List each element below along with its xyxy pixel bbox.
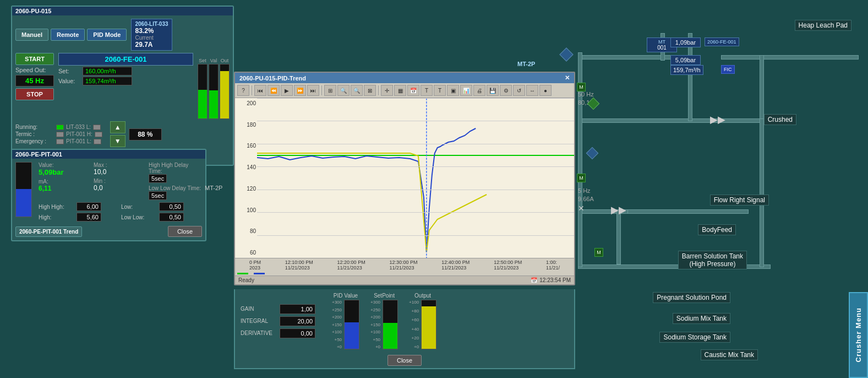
derivative-label: DERIVATIVE	[241, 330, 276, 336]
motor-box-2: M	[577, 174, 586, 182]
setpoint-bar	[383, 300, 398, 349]
low-low-val: 0,50	[159, 213, 184, 222]
pit-panel-title: 2060-PE-PIT-001	[12, 150, 205, 159]
x-label-0: 0 PM2023	[249, 260, 261, 271]
trend-btn-zoom-fit[interactable]: ⊞	[324, 85, 336, 96]
value-display: 159,74m³/h	[83, 77, 132, 85]
trend-svg	[257, 98, 574, 258]
trend-close-x[interactable]: ✕	[565, 74, 570, 82]
trend-btn-bar[interactable]: ▦	[394, 85, 406, 96]
setpoint-label: SetPoint	[374, 293, 395, 299]
trend-chart-area: 200 180 160 140 120 100 80 60	[235, 98, 574, 258]
stop-button[interactable]: STOP	[15, 88, 54, 100]
trend-btn-data[interactable]: 📊	[460, 85, 472, 96]
trend-btn-zoom-reset[interactable]: ⊠	[364, 85, 376, 96]
high-val: 5,60	[77, 213, 101, 222]
heap-leach-pad-label: Heap Leach Pad	[795, 20, 851, 31]
trend-status-bar: Ready 📅 12:23:54 PM	[235, 276, 574, 284]
pid-mode-button[interactable]: PID Mode	[87, 29, 127, 41]
emergency-indicator	[56, 139, 64, 144]
pid-close-button[interactable]: Close	[387, 355, 422, 366]
trend-btn-print[interactable]: 🖨	[473, 85, 485, 96]
trend-btn-exp[interactable]: 💾	[487, 85, 499, 96]
output-bar	[421, 300, 436, 349]
trend-btn-cfg[interactable]: ⚙	[500, 85, 512, 96]
integral-input[interactable]	[280, 316, 315, 326]
pregnant-solution-pond-label: Pregnant Solution Pond	[653, 292, 730, 303]
trend-btn-help[interactable]: ?	[237, 85, 249, 96]
trend-y-axis: 200 180 160 140 120 100 80 60	[235, 98, 257, 258]
start-button[interactable]: START	[15, 53, 54, 65]
crusher-menu-label: Crusher Menu	[854, 307, 862, 362]
trend-btn-end[interactable]: ⏭	[307, 85, 319, 96]
pid-value-label: PID Value	[334, 293, 358, 299]
ll-delay-val: 5sec	[149, 191, 167, 200]
setpoint-gauge-group: SetPoint +300+250+200+150+100+50+0	[370, 293, 398, 349]
sodium-mix-tank-label: Sodium Mix Tank	[673, 313, 730, 324]
x-label-2: 12:20:00 PM11/21/2023	[337, 260, 365, 271]
pit-panel: 2060-PE-PIT-001 Value: 5,09bar mA: 6,11	[11, 149, 206, 241]
caustic-mix-tank-label: Caustic Mix Tank	[701, 349, 758, 360]
termic-label: Termic :	[15, 131, 54, 137]
trend-btn-cross[interactable]: ✛	[381, 85, 393, 96]
fic-box: FIC	[721, 65, 735, 74]
trend-btn-t1[interactable]: T	[421, 85, 433, 96]
emergency-label: Emergency :	[15, 138, 54, 144]
gauge-section: Set Val Out	[198, 53, 230, 119]
trend-time: 12:23:54 PM	[539, 277, 571, 283]
set-input[interactable]	[83, 67, 132, 75]
instr-pressure-bar-box: 5,09bar	[670, 55, 701, 65]
remote-button[interactable]: Remote	[51, 29, 85, 41]
output-label: Output	[414, 293, 431, 299]
derivative-input[interactable]	[280, 328, 315, 338]
down-button[interactable]: ▼	[110, 135, 125, 147]
y-160: 160	[236, 143, 256, 149]
gain-input[interactable]	[280, 304, 315, 314]
trend-titlebar: 2060-PU-015-PID-Trend ✕	[235, 73, 574, 83]
crushed-label: Crushed	[764, 114, 796, 125]
trend-btn-live[interactable]: ●	[539, 85, 552, 96]
barren-solution-tank-label: Barren Solution Tank (High Pressure)	[678, 251, 747, 269]
trend-btn-arr[interactable]: ↔	[526, 85, 538, 96]
trend-btn-start[interactable]: ⏮	[254, 85, 266, 96]
instr-pressure-box: 1,09bar	[670, 37, 701, 47]
flow-arrow-right-1: ▶▶	[710, 114, 725, 126]
trend-btn-t2[interactable]: T	[434, 85, 446, 96]
pit-001-h-indicator	[95, 132, 102, 137]
trend-btn-zoom-out[interactable]: 🔍	[351, 85, 363, 96]
pct-display: 88 %	[129, 128, 162, 141]
freq1-label: 50 Hz	[578, 91, 594, 98]
pid-value-bar	[344, 300, 359, 349]
trend-btn-box[interactable]: ▣	[447, 85, 459, 96]
trend-btn-zoom-in[interactable]: 🔍	[337, 85, 350, 96]
up-button[interactable]: ▲	[110, 121, 125, 133]
pit-close-button[interactable]: Close	[168, 226, 202, 237]
lit-value: 83.2%	[135, 27, 168, 35]
trend-chart-svg-container	[257, 98, 574, 258]
lit-033-indicator	[93, 125, 101, 130]
y-100: 100	[236, 207, 256, 213]
x-label-1: 12:10:00 PM11/21/2023	[285, 260, 313, 271]
threshold-grid: High High: 6,00 Low: 0,50 High: 5,60 Low…	[39, 202, 202, 222]
trend-btn-reload[interactable]: ↺	[513, 85, 525, 96]
manuel-button[interactable]: Manuel	[15, 29, 48, 41]
y-80: 80	[236, 228, 256, 234]
trend-btn-play[interactable]: ▶	[281, 85, 293, 96]
fe-001-box: 2060-FE-001	[58, 53, 193, 66]
crusher-menu-button[interactable]: Crusher Menu	[849, 292, 868, 378]
integral-label: INTEGRAL	[241, 318, 276, 324]
trend-btn-cal[interactable]: 📅	[407, 85, 419, 96]
trend-btn-prev[interactable]: ⏪	[268, 85, 280, 96]
sodium-storage-tank-label: Sodium Storage Tank	[659, 332, 730, 343]
termic-indicator	[56, 132, 64, 137]
pit-trend-button[interactable]: 2060-PE-PIT-001 Trend	[15, 226, 82, 237]
motor-box-3: M	[594, 248, 603, 257]
pit-bar	[15, 162, 32, 217]
trend-btn-next[interactable]: ⏩	[294, 85, 306, 96]
low-label: Low:	[121, 204, 157, 210]
y-140: 140	[236, 164, 256, 170]
legend-green-line	[237, 273, 248, 274]
y-60: 60	[236, 250, 256, 256]
value-hdr: Value:	[39, 162, 92, 168]
x-label-5: 12:50:00 PM11/21/2023	[494, 260, 522, 271]
